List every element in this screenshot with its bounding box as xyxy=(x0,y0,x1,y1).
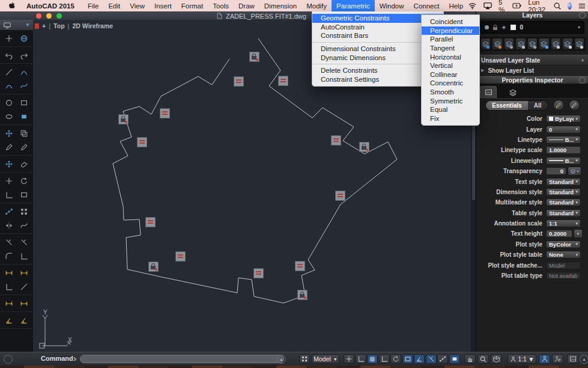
layer-lock-button[interactable] xyxy=(562,38,572,50)
snap-mode-toggle[interactable] xyxy=(402,354,413,364)
layer-state-dropdown[interactable]: Unsaved Layer State ▾ xyxy=(476,55,588,66)
viewport-plus[interactable]: + xyxy=(42,22,46,29)
angle-override-toggle[interactable] xyxy=(414,354,425,364)
menu-file[interactable]: File xyxy=(83,0,104,11)
tab-layers[interactable] xyxy=(505,87,521,98)
properties-inspector-header[interactable]: Properties Inspector xyxy=(476,76,588,84)
erase-tool[interactable] xyxy=(17,158,31,170)
command-expand-button[interactable]: ▲ xyxy=(277,355,286,364)
properties-collapse-icon[interactable] xyxy=(579,77,586,84)
zoom-button[interactable] xyxy=(56,13,62,19)
layer-thaw-button[interactable] xyxy=(551,38,561,50)
equal-constraint-marker[interactable] xyxy=(234,76,244,87)
match-properties-button[interactable] xyxy=(553,100,564,111)
command-input[interactable] xyxy=(80,355,284,363)
dimension-box-tool[interactable] xyxy=(17,266,31,279)
menu-tools[interactable]: Tools xyxy=(208,0,234,11)
object-snap-tracking-toggle[interactable] xyxy=(426,354,437,364)
dimension-linear-tool[interactable] xyxy=(2,266,16,279)
select-tool[interactable] xyxy=(2,32,16,44)
ortho-mode-toggle[interactable] xyxy=(379,354,390,364)
layer-color-swatch[interactable] xyxy=(511,25,516,30)
rectangle-tool[interactable] xyxy=(17,96,31,109)
grid-display-toggle[interactable] xyxy=(367,354,378,364)
layer-freeze-button[interactable] xyxy=(539,38,549,50)
spotlight-icon[interactable] xyxy=(553,2,562,10)
linetype-dropdown[interactable]: B...▾ xyxy=(546,136,581,144)
change-to-current-layer-button[interactable] xyxy=(504,38,514,50)
pan-tool[interactable] xyxy=(2,174,16,187)
extend-tool[interactable] xyxy=(17,236,31,248)
axis-tool-tool[interactable] xyxy=(2,280,16,293)
layer-globe-tool[interactable] xyxy=(17,32,31,44)
palette-header[interactable]: ▼ xyxy=(0,20,33,30)
command-history-button[interactable] xyxy=(4,355,13,364)
submenu-item-horizontal[interactable]: Horizontal xyxy=(422,52,479,61)
move-tool[interactable] xyxy=(2,158,16,170)
annotation-scale-dropdown[interactable]: 1:1▾ xyxy=(546,219,581,227)
sheet-tool[interactable] xyxy=(17,188,31,201)
dimension-style-dropdown[interactable]: Standard▾ xyxy=(546,188,581,196)
array-tool[interactable] xyxy=(17,205,31,218)
segment-essentials[interactable]: Essentials xyxy=(486,101,527,110)
redo-tool[interactable] xyxy=(17,49,31,61)
current-layer-row[interactable]: ✳ 0 ▾ xyxy=(480,21,584,34)
equal-constraint-marker[interactable] xyxy=(253,268,264,278)
submenu-item-vertical[interactable]: Vertical xyxy=(422,61,479,70)
dimension-arc-tool[interactable] xyxy=(17,314,31,327)
mirror-tool[interactable] xyxy=(2,219,16,232)
polar-tracking-toggle[interactable] xyxy=(390,354,401,364)
rotate-tool[interactable] xyxy=(17,174,31,187)
selection-cycling-toggle[interactable] xyxy=(449,354,460,364)
zoom-button-status[interactable] xyxy=(477,354,489,364)
menu-parametric[interactable]: Parametric xyxy=(332,0,375,11)
annotation-visibility-button[interactable] xyxy=(539,354,550,364)
construction-line-tool[interactable] xyxy=(17,280,31,293)
close-button[interactable] xyxy=(36,13,41,19)
text-style-dropdown[interactable]: Standard▾ xyxy=(546,178,581,186)
chevron-down-icon[interactable]: ▾ xyxy=(578,25,580,30)
layer-color-override-button[interactable] xyxy=(492,38,502,50)
brush-tool[interactable] xyxy=(17,141,31,153)
command-chevron-icon[interactable]: ▼ xyxy=(73,357,77,361)
dimension-aligned-tool[interactable] xyxy=(17,297,31,310)
model-space-button[interactable]: Model ▼ xyxy=(312,354,339,364)
move-copy-tool[interactable] xyxy=(2,127,16,140)
polyline-edit-tool[interactable] xyxy=(17,219,31,232)
dimension-baseline-tool[interactable] xyxy=(2,297,16,310)
pan-button[interactable] xyxy=(464,354,476,364)
submenu-item-symmetric[interactable]: Symmetric xyxy=(422,96,479,105)
submenu-item-equal[interactable]: Equal xyxy=(422,105,479,114)
linetype-scale-input[interactable]: 1.0000 xyxy=(546,146,581,154)
ellipse-tool[interactable] xyxy=(2,110,16,123)
submenu-item-tangent[interactable]: Tangent xyxy=(422,44,479,53)
layout-squares-icon[interactable] xyxy=(299,354,310,364)
submenu-item-concentric[interactable]: Concentric xyxy=(422,79,479,88)
status-expand-button[interactable]: ▲ xyxy=(580,355,588,364)
dynamic-input-toggle[interactable] xyxy=(437,354,448,364)
equal-constraint-marker[interactable] xyxy=(295,261,305,271)
chamfer-tool[interactable] xyxy=(17,250,31,262)
siri-icon[interactable] xyxy=(568,2,572,10)
equal-constraint-marker[interactable] xyxy=(145,217,156,227)
show-layer-list-toggle[interactable]: ▶ Show Layer List xyxy=(476,66,588,76)
viewport-view-control[interactable]: Top xyxy=(53,22,64,29)
circle-tool[interactable] xyxy=(2,96,16,109)
equal-constraint-marker[interactable] xyxy=(175,251,186,262)
battery-icon[interactable] xyxy=(512,1,522,10)
segment-all[interactable]: All xyxy=(528,101,548,110)
menu-format[interactable]: Format xyxy=(177,0,208,11)
menu-help[interactable]: Help xyxy=(444,0,468,11)
arc-tool[interactable] xyxy=(17,66,31,78)
marker-tool[interactable] xyxy=(2,141,16,153)
equal-constraint-marker[interactable] xyxy=(331,135,341,146)
minimize-button[interactable] xyxy=(46,13,52,19)
table-style-dropdown[interactable]: Standard▾ xyxy=(546,209,581,217)
layer-edit-button[interactable] xyxy=(515,38,526,50)
menu-insert[interactable]: Insert xyxy=(150,0,177,11)
layer-dropdown[interactable]: 0▾ xyxy=(546,126,581,133)
color-dropdown[interactable]: ByLayer▾ xyxy=(546,115,581,123)
menubar-clock[interactable]: Lun 20:32 xyxy=(528,0,547,13)
menu-dimension[interactable]: Dimension xyxy=(259,0,302,11)
copy-tool[interactable] xyxy=(17,127,31,140)
